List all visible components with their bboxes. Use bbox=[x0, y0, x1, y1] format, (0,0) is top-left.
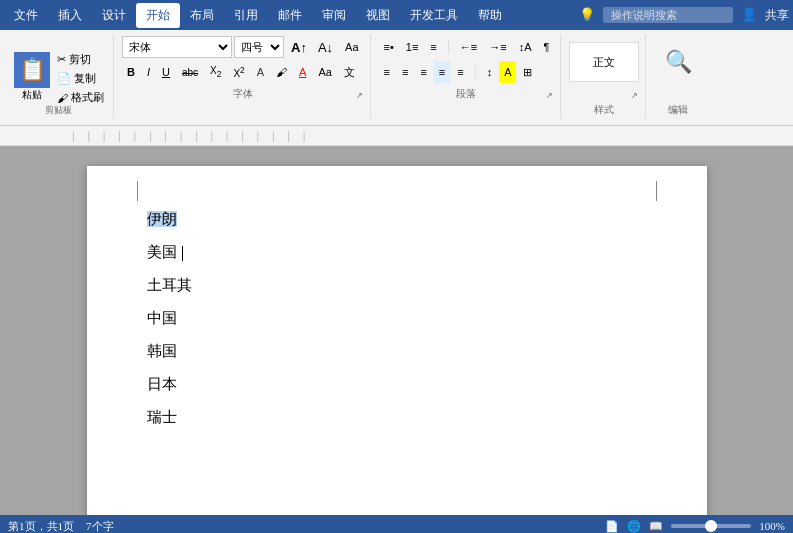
font-color2-btn[interactable]: Aa bbox=[313, 61, 336, 83]
group-font: 宋体 四号 A↑ A↓ Aa B I U abc X2 bbox=[116, 34, 371, 119]
para-controls: ≡• 1≡ ≡ ←≡ →≡ ↕A ¶ ≡ ≡ ≡ ≡ ≡ ↕ bbox=[379, 36, 555, 85]
ribbon: 📋 粘贴 ✂剪切 📄复制 🖌格式刷 剪贴板 宋体 四号 bbox=[0, 30, 793, 126]
line-japan: 日本 bbox=[147, 371, 647, 398]
strikethrough-btn[interactable]: abc bbox=[177, 61, 203, 83]
menu-bar: 文件 插入 设计 开始 布局 引用 邮件 审阅 视图 开发工具 帮助 💡 👤 共… bbox=[0, 0, 793, 30]
menu-file[interactable]: 文件 bbox=[4, 3, 48, 28]
line-korea: 韩国 bbox=[147, 338, 647, 365]
subscript-btn[interactable]: X2 bbox=[205, 61, 226, 83]
copy-button[interactable]: 📄复制 bbox=[54, 70, 107, 87]
line-spacing-btn[interactable]: ↕ bbox=[482, 61, 498, 83]
styles-area: 正文 bbox=[569, 36, 639, 88]
group-editing: 🔍 编辑 bbox=[648, 34, 708, 119]
bold-btn[interactable]: B bbox=[122, 61, 140, 83]
font-group-label: 字体 bbox=[233, 85, 253, 101]
styles-group-expand[interactable]: ↗ bbox=[631, 91, 643, 103]
styles-gallery[interactable]: 正文 bbox=[569, 42, 639, 82]
font-color-btn[interactable]: A bbox=[294, 61, 311, 83]
para-divider1 bbox=[448, 40, 449, 53]
para-row1: ≡• 1≡ ≡ ←≡ →≡ ↕A ¶ bbox=[379, 36, 555, 58]
menu-view[interactable]: 视图 bbox=[356, 3, 400, 28]
line-china: 中国 bbox=[147, 305, 647, 332]
highlight-btn[interactable]: 🖌 bbox=[271, 61, 292, 83]
border-btn[interactable]: ⊞ bbox=[518, 61, 537, 83]
page: 伊朗 美国 土耳其 中国 韩国 日本 瑞士 bbox=[87, 166, 707, 515]
line-turkey: 土耳其 bbox=[147, 272, 647, 299]
menu-layout[interactable]: 布局 bbox=[180, 3, 224, 28]
numbering-btn[interactable]: 1≡ bbox=[401, 36, 424, 58]
justify-btn[interactable]: ≡ bbox=[434, 61, 450, 83]
clipboard-label: 剪贴板 bbox=[45, 104, 72, 117]
text-japan: 日本 bbox=[147, 376, 177, 392]
line-swiss: 瑞士 bbox=[147, 404, 647, 431]
menu-home[interactable]: 开始 bbox=[136, 3, 180, 28]
para-group-expand[interactable]: ↗ bbox=[546, 91, 558, 103]
sort-btn[interactable]: ↕A bbox=[514, 36, 537, 58]
underline-btn[interactable]: U bbox=[157, 61, 175, 83]
align-left-btn[interactable]: ≡ bbox=[379, 61, 395, 83]
cut-button[interactable]: ✂剪切 bbox=[54, 51, 107, 68]
user-icon: 👤 bbox=[741, 7, 757, 23]
search-input[interactable] bbox=[603, 7, 733, 23]
styles-group-label: 样式 bbox=[594, 101, 614, 117]
superscript-btn[interactable]: X2 bbox=[228, 61, 249, 83]
page-info: 第1页，共1页 bbox=[8, 519, 74, 534]
decrease-font-btn[interactable]: A↓ bbox=[313, 36, 338, 58]
menu-help[interactable]: 帮助 bbox=[468, 3, 512, 28]
multilevel-btn[interactable]: ≡ bbox=[425, 36, 441, 58]
text-effects-btn[interactable]: A bbox=[252, 61, 269, 83]
distribute-btn[interactable]: ≡ bbox=[452, 61, 468, 83]
decrease-indent-btn[interactable]: ←≡ bbox=[455, 36, 482, 58]
text-china: 中国 bbox=[147, 310, 177, 326]
menu-references[interactable]: 引用 bbox=[224, 3, 268, 28]
font-name-select[interactable]: 宋体 bbox=[122, 36, 232, 58]
show-marks-btn[interactable]: ¶ bbox=[538, 36, 554, 58]
clear-format-btn[interactable]: Aa bbox=[340, 36, 363, 58]
align-center-btn[interactable]: ≡ bbox=[397, 61, 413, 83]
font-size-select[interactable]: 四号 bbox=[234, 36, 284, 58]
paste-button[interactable]: 📋 粘贴 bbox=[10, 50, 54, 104]
editing-group-label: 编辑 bbox=[668, 101, 688, 117]
ruler-scale: │ │ │ │ │ │ │ │ │ │ │ │ │ │ │ │ bbox=[70, 131, 307, 141]
size-adjust-btns: A↑ A↓ bbox=[286, 36, 338, 58]
italic-btn[interactable]: I bbox=[142, 61, 155, 83]
text-turkey: 土耳其 bbox=[147, 277, 192, 293]
shading-btn[interactable]: A bbox=[499, 61, 516, 83]
line-iran: 伊朗 bbox=[147, 206, 647, 233]
bullets-btn[interactable]: ≡• bbox=[379, 36, 399, 58]
menu-review[interactable]: 审阅 bbox=[312, 3, 356, 28]
view-web-icon[interactable]: 🌐 bbox=[627, 520, 641, 533]
share-label[interactable]: 共享 bbox=[765, 7, 789, 24]
view-print-icon[interactable]: 📄 bbox=[605, 520, 619, 533]
group-clipboard: 📋 粘贴 ✂剪切 📄复制 🖌格式刷 剪贴板 bbox=[4, 34, 114, 119]
view-read-icon[interactable]: 📖 bbox=[649, 520, 663, 533]
menu-mail[interactable]: 邮件 bbox=[268, 3, 312, 28]
increase-indent-btn[interactable]: →≡ bbox=[484, 36, 511, 58]
status-bar: 第1页，共1页 7个字 📄 🌐 📖 100% bbox=[0, 515, 793, 533]
page-content[interactable]: 伊朗 美国 土耳其 中国 韩国 日本 瑞士 bbox=[147, 206, 647, 431]
align-right-btn[interactable]: ≡ bbox=[415, 61, 431, 83]
zoom-slider[interactable] bbox=[671, 524, 751, 528]
font-group-expand[interactable]: ↗ bbox=[356, 91, 368, 103]
clipboard-small-btns: ✂剪切 📄复制 🖌格式刷 bbox=[54, 47, 107, 106]
phonetic-btn[interactable]: 文 bbox=[339, 61, 360, 83]
increase-font-btn[interactable]: A↑ bbox=[286, 36, 312, 58]
word-count: 7个字 bbox=[86, 519, 114, 534]
font-row2: B I U abc X2 X2 A 🖌 A Aa 文 bbox=[122, 61, 360, 83]
zoom-thumb bbox=[705, 520, 717, 532]
para-group-label: 段落 bbox=[456, 85, 476, 101]
line-usa: 美国 bbox=[147, 239, 647, 266]
text-usa: 美国 bbox=[147, 244, 177, 260]
zoom-level[interactable]: 100% bbox=[759, 520, 785, 532]
menu-dev[interactable]: 开发工具 bbox=[400, 3, 468, 28]
menu-insert[interactable]: 插入 bbox=[48, 3, 92, 28]
paste-icon: 📋 bbox=[14, 52, 50, 88]
find-replace-icon[interactable]: 🔍 bbox=[665, 49, 692, 75]
paste-label: 粘贴 bbox=[22, 88, 42, 102]
page-margin-left bbox=[137, 181, 138, 201]
text-cursor bbox=[182, 246, 183, 261]
menu-design[interactable]: 设计 bbox=[92, 3, 136, 28]
menu-right: 💡 👤 共享 bbox=[579, 7, 789, 24]
status-right: 📄 🌐 📖 100% bbox=[605, 520, 785, 533]
doc-area: 伊朗 美国 土耳其 中国 韩国 日本 瑞士 bbox=[0, 146, 793, 515]
